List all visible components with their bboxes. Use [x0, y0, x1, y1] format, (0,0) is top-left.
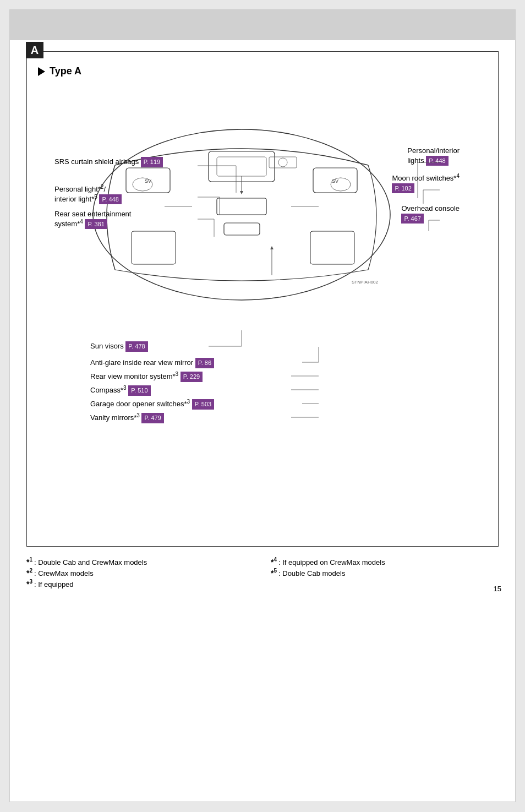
svg-point-16 [278, 158, 287, 167]
section-box: A Type A [26, 51, 499, 547]
footnote-4: *4 : If equipped on CrewMax models [271, 558, 499, 566]
type-a-label: Type A [50, 66, 81, 77]
top-bar [10, 10, 515, 40]
footnote-1: *1 : Double Cab and CrewMax models [26, 558, 254, 566]
triangle-icon [38, 67, 45, 76]
svg-rect-15 [269, 157, 297, 168]
footnote-3: *3 : If equipped [26, 580, 254, 588]
content-area: A Type A [10, 40, 515, 600]
svg-rect-9 [132, 231, 176, 264]
ref-sun-visors[interactable]: P. 478 [125, 341, 147, 352]
sup-4-rear: 4 [80, 218, 83, 224]
sup-3-vanity: 3 [136, 412, 140, 418]
ref-vanity[interactable]: P. 479 [141, 413, 163, 423]
svg-text:SV: SV [332, 178, 338, 184]
label-garage: Garage door opener switches*3 P. 503 [90, 399, 214, 410]
page-wrapper: A Type A [9, 9, 516, 802]
sup-3-compass: 3 [123, 385, 127, 391]
svg-point-14 [331, 178, 351, 191]
label-overhead: Overhead console P. 467 [401, 204, 460, 224]
ref-compass[interactable]: P. 510 [128, 385, 150, 396]
sup-3-garage: 3 [187, 399, 190, 405]
label-vanity: Vanity mirrors*3 P. 479 [90, 413, 164, 423]
label-rear-seat: Rear seat entertainment system*4 P. 381 [54, 209, 131, 229]
label-compass: Compass*3 P. 510 [90, 385, 151, 396]
ref-rear-seat[interactable]: P. 381 [85, 219, 107, 230]
ref-srs[interactable]: P. 119 [141, 157, 163, 167]
svg-point-13 [133, 178, 152, 191]
svg-rect-6 [217, 157, 266, 176]
label-rear-view: Rear view monitor system*3 P. 229 [90, 372, 203, 382]
svg-text:SV: SV [145, 178, 151, 184]
label-anti-glare: Anti-glare inside rear view mirror P. 86 [90, 358, 214, 368]
label-srs: SRS curtain shield airbags P. 119 [54, 157, 163, 167]
diagram-area: SV SV [38, 88, 487, 429]
sup-4-moon: 4 [456, 173, 460, 179]
type-a-heading: Type A [38, 66, 487, 77]
footnote-2: *2 : CrewMax models [26, 569, 254, 577]
label-personal-light: Personal light*2/ interior light*5 P. 44… [54, 184, 122, 204]
footnote-5: *5 : Double Cab models [271, 569, 499, 577]
ref-rear-view[interactable]: P. 229 [181, 372, 203, 382]
label-personal-interior: Personal/interior lights P. 448 [407, 146, 460, 166]
section-letter: A [26, 42, 43, 58]
page-number: 15 [494, 585, 501, 593]
label-moon-roof: Moon roof switches*4 P. 102 [392, 173, 460, 193]
ref-moon-roof[interactable]: P. 102 [392, 183, 414, 194]
ref-anti-glare[interactable]: P. 86 [195, 358, 214, 368]
sup-5: 5 [94, 193, 97, 199]
footnotes-area: *1 : Double Cab and CrewMax models *4 : … [26, 558, 499, 588]
ref-garage[interactable]: P. 503 [192, 399, 214, 410]
ref-personal[interactable]: P. 448 [99, 194, 121, 205]
svg-rect-10 [310, 231, 354, 264]
stnp-code: STNPIAH002 [352, 280, 379, 285]
ref-overhead[interactable]: P. 467 [401, 214, 423, 224]
svg-rect-7 [217, 198, 266, 215]
ref-personal-int[interactable]: P. 448 [426, 156, 448, 166]
sup-3-rv: 3 [176, 371, 179, 377]
label-sun-visors: Sun visors P. 478 [90, 341, 148, 352]
svg-rect-8 [224, 223, 260, 235]
